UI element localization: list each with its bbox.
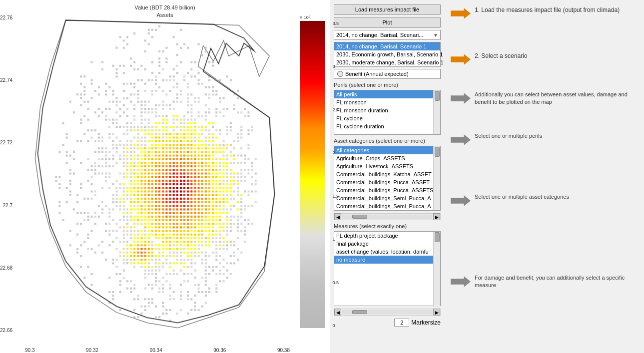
measure-item-3[interactable]: no measure <box>334 256 433 264</box>
arrow-icon-2 <box>451 52 471 67</box>
peril-item-0[interactable]: All perils <box>334 90 433 98</box>
hscroll-track[interactable] <box>342 215 432 219</box>
controls-area: Load measures impact file Plot 2014, no … <box>330 0 445 353</box>
asset-item-2[interactable]: Agriculture_Livestock_ASSETS <box>334 162 433 170</box>
scenario-dropdown-value: 2014, no change, Barisal, Scenari... <box>334 30 431 39</box>
svg-marker-0 <box>451 8 471 19</box>
asset-item-0[interactable]: All categories <box>334 146 433 154</box>
svg-marker-2 <box>451 93 471 104</box>
measure-item-1[interactable]: final package <box>334 240 433 248</box>
asset-categories-label: Asset categories (select one or more) <box>334 138 441 144</box>
peril-item-2[interactable]: FL monsoon duration <box>334 106 433 114</box>
asset-item-4[interactable]: Commercial_buildings_Pucca_ASSET <box>334 178 433 186</box>
arrow-icon-3 <box>451 91 471 106</box>
annotation-2: 2. Select a scenario <box>451 52 638 67</box>
benefit-label: Benefit (Annual expected) <box>345 71 409 77</box>
annotation-1: 1. Load the measures impact file (output… <box>451 6 638 21</box>
asset-item-1[interactable]: Agriculture_Crops_ASSETS <box>334 154 433 162</box>
annotation-text-2: 2. Select a scenario <box>475 52 527 60</box>
asset-scrollbar[interactable] <box>433 146 440 210</box>
svg-marker-3 <box>451 134 471 145</box>
arrow-icon-5 <box>451 193 471 208</box>
colorbar-labels: 3.5 3 2.5 2 1.5 1 0.5 0 <box>332 21 339 328</box>
annotation-text-4: Select one or multiple perils <box>475 132 542 140</box>
scenario-list[interactable]: 2014, no change, Barisal, Scenario 1 203… <box>334 42 441 67</box>
measure-item-2[interactable]: asset change (values, location, damfu <box>334 248 433 256</box>
measures-hscroll[interactable]: ◀ ▶ <box>334 309 441 316</box>
x-axis: 90.3 90.32 90.34 90.36 90.38 <box>25 348 290 353</box>
annotation-6: For damage and benefit, you can addition… <box>451 274 638 290</box>
asset-item-3[interactable]: Commercial_buildings_Katcha_ASSET <box>334 170 433 178</box>
markersize-input[interactable] <box>394 319 409 327</box>
annotation-5: Select one or multiple asset categories <box>451 193 638 208</box>
perils-section-label: Perils (select one or more) <box>334 82 441 88</box>
perils-listbox[interactable]: All perils FL monsoon FL monsoon duratio… <box>334 90 441 135</box>
peril-item-3[interactable]: FL cyclone <box>334 114 433 122</box>
markersize-label: Markersize <box>411 319 441 326</box>
measures-hscroll-right-btn[interactable]: ▶ <box>433 309 440 316</box>
dropdown-arrow-icon: ▼ <box>431 32 440 38</box>
annotation-3: Additionally you can select between asse… <box>451 91 638 106</box>
measures-scrollbar[interactable] <box>433 232 440 307</box>
measures-listbox[interactable]: FL depth project package final package a… <box>334 231 441 306</box>
svg-marker-4 <box>451 195 471 206</box>
measure-item-0[interactable]: FL depth project package <box>334 232 433 240</box>
annotation-text-1: 1. Load the measures impact file (output… <box>475 6 620 14</box>
markersize-row: Markersize <box>334 319 441 327</box>
asset-item-6[interactable]: Commercial_buildings_Semi_Pucca_A <box>334 194 433 202</box>
scenario-item-0[interactable]: 2014, no change, Barisal, Scenario 1 <box>334 42 440 50</box>
colorbar: × 10⁷ 3.5 3 2.5 2 1.5 1 0.5 0 <box>300 15 325 328</box>
annotation-text-5: Select one or multiple asset categories <box>475 193 569 201</box>
scenario-dropdown-container[interactable]: 2014, no change, Barisal, Scenari... ▼ <box>334 30 441 40</box>
arrow-icon-6 <box>451 274 471 289</box>
asset-item-7[interactable]: Commercial_buildings_Semi_Pucca_A <box>334 202 433 210</box>
plot-button[interactable]: Plot <box>334 17 441 28</box>
asset-categories-listbox[interactable]: All categories Agriculture_Crops_ASSETS … <box>334 146 441 211</box>
measures-hscroll-track[interactable] <box>342 310 432 314</box>
annotation-text-3: Additionally you can select between asse… <box>475 91 638 106</box>
perils-scrollbar[interactable] <box>433 90 440 134</box>
scenario-item-2[interactable]: 2030, moderate change, Barisal, Scenario… <box>334 58 440 66</box>
annotations-area: 1. Load the measures impact file (output… <box>445 0 644 353</box>
map-container: Value (BDT 28.49 billion) Assets 22.76 2… <box>0 0 330 353</box>
scenario-item-1[interactable]: 2030, Economic growth, Barisal, Scenario… <box>334 50 440 58</box>
arrow-icon-1 <box>451 6 471 21</box>
annotation-4: Select one or multiple perils <box>451 132 638 147</box>
measures-section-label: Measures (select exactly one) <box>334 223 441 229</box>
svg-marker-1 <box>451 54 471 65</box>
right-panel: Load measures impact file Plot 2014, no … <box>330 0 644 353</box>
asset-item-5[interactable]: Commercial_buildings_Pucca_ASSETS <box>334 186 433 194</box>
benefit-row[interactable]: Benefit (Annual expected) <box>334 69 441 79</box>
peril-item-1[interactable]: FL monsoon <box>334 98 433 106</box>
peril-item-4[interactable]: FL cyclone duration <box>334 122 433 130</box>
annotation-text-6: For damage and benefit, you can addition… <box>475 274 638 290</box>
arrow-icon-4 <box>451 132 471 147</box>
load-measures-button[interactable]: Load measures impact file <box>334 4 441 15</box>
svg-marker-5 <box>451 276 471 287</box>
hscroll-right-btn[interactable]: ▶ <box>433 213 440 220</box>
map-svg: /* dots rendered below */ <box>25 15 290 333</box>
y-axis: 22.76 22.74 22.72 22.7 22.68 22.66 <box>0 15 14 333</box>
asset-hscroll[interactable]: ◀ ▶ <box>334 213 441 220</box>
